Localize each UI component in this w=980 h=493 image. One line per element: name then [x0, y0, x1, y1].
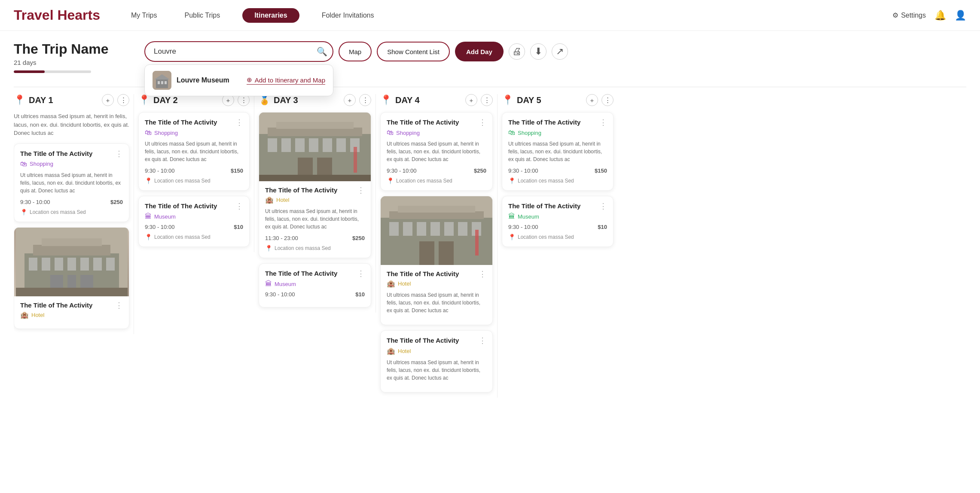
- notifications-icon[interactable]: 🔔: [934, 10, 946, 21]
- print-icon: 🖨: [512, 46, 522, 57]
- day-2-activity-1-menu[interactable]: ⋮: [235, 119, 243, 126]
- svg-rect-12: [55, 258, 63, 271]
- add-circle-icon: ⊕: [247, 76, 252, 84]
- day-3-activity-1-location: 📍 Location ces massa Sed: [265, 245, 365, 252]
- day-5-menu-button[interactable]: ⋮: [601, 94, 614, 106]
- svg-rect-48: [439, 241, 454, 265]
- day-2-activity-1: The Title of The Activity ⋮ 🛍 Shopping U…: [138, 112, 250, 191]
- day-1-activity-2-type: 🏨 Hotel: [20, 311, 123, 319]
- day-3-activity-2-title: The Title of The Activity: [265, 270, 357, 277]
- day-3-add-button[interactable]: +: [344, 94, 356, 106]
- user-icon[interactable]: 👤: [955, 10, 966, 21]
- search-icon: 🔍: [317, 47, 327, 56]
- day-4-activity-2-header: The Title of The Activity ⋮: [387, 270, 486, 278]
- svg-rect-42: [417, 222, 426, 236]
- day-3-menu-button[interactable]: ⋮: [359, 94, 371, 106]
- svg-rect-27: [295, 138, 305, 152]
- day-1-title: 📍 DAY 1: [14, 94, 53, 106]
- day-2-activity-1-location: 📍 Location ces massa Sed: [145, 177, 243, 184]
- day-5-activity-1-location: 📍 Location ces massa Sed: [508, 177, 607, 184]
- trip-progress-fill: [14, 70, 45, 73]
- settings-button[interactable]: ⚙ Settings: [892, 11, 926, 19]
- location-pin-icon-green: 📍: [508, 177, 516, 184]
- day-3-activity-2-meta: 9:30 - 10:00 $10: [265, 291, 365, 298]
- nav-public-trips[interactable]: Public Trips: [179, 9, 225, 22]
- day-3-activity-1-type: 🏨 Hotel: [265, 196, 365, 204]
- day-2-activity-2-type-label: Museum: [154, 213, 176, 220]
- add-to-itinerary-button[interactable]: ⊕ Add to Itinerary and Map: [247, 76, 325, 85]
- map-button[interactable]: Map: [339, 42, 372, 61]
- day-3-activity-1-type-label: Hotel: [276, 197, 289, 203]
- building-illustration: [14, 228, 129, 296]
- svg-rect-2: [158, 81, 160, 84]
- location-pin-icon-green-2: 📍: [508, 234, 516, 240]
- day-4-activity-2-type: 🏨 Hotel: [387, 280, 486, 288]
- day-1-activity-1-type: 🛍 Shopping: [20, 160, 123, 168]
- nav-right: ⚙ Settings 🔔 👤: [892, 10, 966, 21]
- day-4-activity-2-title: The Title of The Activity: [387, 270, 479, 277]
- day-1-add-button[interactable]: +: [102, 94, 114, 106]
- settings-label: Settings: [901, 12, 926, 19]
- day-3-activity-1-location-text: Location ces massa Sed: [275, 245, 331, 251]
- download-icon: ⬇: [534, 46, 542, 57]
- day-3-activity-2-menu[interactable]: ⋮: [357, 270, 365, 277]
- day-4-menu-button[interactable]: ⋮: [481, 94, 493, 106]
- svg-rect-30: [336, 138, 346, 152]
- dropdown-result-left: Louvre Museum: [153, 71, 229, 90]
- search-button[interactable]: 🔍: [317, 46, 327, 57]
- trip-header: The Trip Name 21 days 🔍: [14, 41, 966, 73]
- shopping-icon: 🛍: [20, 160, 27, 168]
- day-2-activity-1-type-label: Shopping: [154, 130, 178, 136]
- nav-my-trips[interactable]: My Trips: [126, 9, 162, 22]
- day-1-activity-1-header: The Title of The Activity ⋮: [20, 150, 123, 158]
- day-4-label: DAY 4: [395, 95, 420, 105]
- svg-rect-41: [403, 222, 412, 236]
- print-button[interactable]: 🖨: [509, 43, 525, 60]
- search-input[interactable]: [144, 41, 333, 62]
- add-day-button[interactable]: Add Day: [455, 42, 504, 61]
- day-1-activity-1-menu[interactable]: ⋮: [115, 150, 123, 158]
- day-2-activity-1-time: 9:30 - 10:00: [145, 167, 174, 174]
- day-2-activity-1-meta: 9:30 - 10:00 $150: [145, 167, 243, 174]
- svg-rect-44: [444, 222, 454, 236]
- svg-rect-26: [281, 138, 291, 152]
- download-button[interactable]: ⬇: [530, 43, 546, 60]
- svg-rect-39: [398, 206, 475, 213]
- museum-icon-3: 🏛: [265, 280, 272, 288]
- day-1-activity-2-image: [14, 228, 129, 296]
- day-4-activity-2-menu[interactable]: ⋮: [479, 270, 486, 278]
- day-5-activity-1-type: 🛍 Shopping: [508, 129, 607, 137]
- dropdown-thumbnail: [153, 71, 171, 90]
- day-4-title: 📍 DAY 4: [380, 94, 420, 106]
- day-3-activity-1-body: The Title of The Activity ⋮ 🏨 Hotel Ut u…: [259, 181, 371, 258]
- location-pin-icon-gold: 📍: [265, 245, 272, 252]
- svg-rect-10: [29, 258, 37, 271]
- share-button[interactable]: ↗: [552, 43, 568, 60]
- day-2-activity-2-menu[interactable]: ⋮: [235, 202, 243, 210]
- day-4-activity-2-type-label: Hotel: [398, 280, 411, 287]
- day-5-activity-2-menu[interactable]: ⋮: [599, 202, 607, 210]
- svg-rect-35: [354, 147, 357, 173]
- day-3-activity-1-menu[interactable]: ⋮: [357, 186, 365, 194]
- day-1-activity-1-location-text: Location ces massa Sed: [30, 209, 86, 215]
- trip-title: The Trip Name: [14, 41, 134, 57]
- location-pin-icon-2: 📍: [145, 177, 152, 184]
- show-content-list-button[interactable]: Show Content List: [377, 42, 450, 61]
- day-5-add-button[interactable]: +: [586, 94, 598, 106]
- nav-itineraries[interactable]: Itineraries: [242, 8, 299, 23]
- day-1-activity-2-menu[interactable]: ⋮: [115, 301, 123, 309]
- day-5-activity-1-menu[interactable]: ⋮: [599, 119, 607, 126]
- svg-rect-43: [430, 222, 440, 236]
- day-4-add-button[interactable]: +: [465, 94, 477, 106]
- day-1-menu-button[interactable]: ⋮: [117, 94, 129, 106]
- day-4-activity-3-menu[interactable]: ⋮: [479, 337, 486, 344]
- nav-folder-invitations[interactable]: Folder Invitations: [317, 9, 379, 22]
- day-5-activity-2-type: 🏛 Museum: [508, 213, 607, 220]
- day-5-activity-1-desc: Ut ultrices massa Sed ipsum at, henrit i…: [508, 140, 607, 163]
- svg-rect-45: [458, 222, 467, 236]
- day-1-activity-1-meta: 9:30 - 10:00 $250: [20, 199, 123, 205]
- day-4-activity-1-menu[interactable]: ⋮: [479, 119, 486, 126]
- day-1-activity-1-desc: Ut ultrices massa Sed ipsum at, henrit i…: [20, 171, 123, 195]
- days-container: 📍 DAY 1 + ⋮ Ut ultrices massa Sed ipsum …: [14, 94, 966, 398]
- day-2-activity-1-location-text: Location ces massa Sed: [154, 178, 211, 184]
